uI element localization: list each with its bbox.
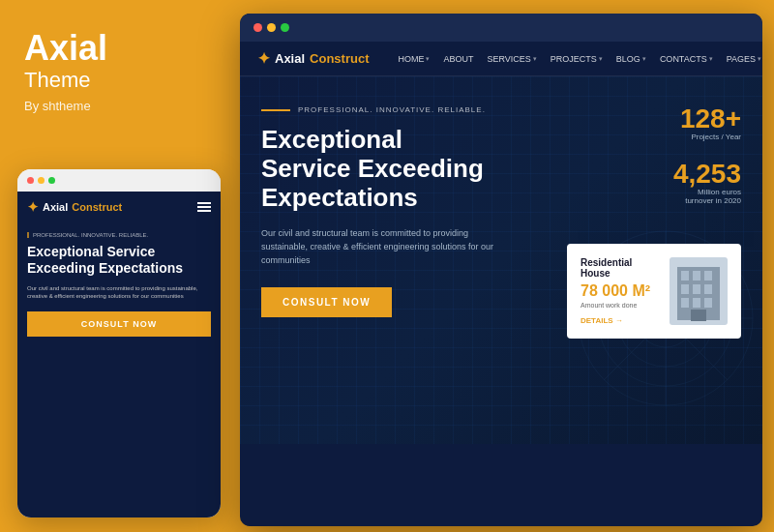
desktop-dot-green — [281, 23, 289, 32]
svg-rect-13 — [681, 284, 689, 294]
mobile-logo: ✦ Axial Construct — [27, 199, 122, 215]
stat-label-revenue: Million euros turnover in 2020 — [673, 188, 741, 205]
tagline-bar: PROFESSIONAL. INNOVATIVE. RELIABLE. — [261, 105, 548, 114]
card-subtitle: Amount work done — [580, 302, 660, 309]
hero-cta-button[interactable]: CONSULT NOW — [261, 287, 392, 317]
desktop-logo-construct: Construct — [310, 51, 369, 66]
hamburger-menu[interactable] — [197, 202, 211, 212]
desktop-logo: ✦ Axial Construct — [257, 49, 369, 68]
nav-item-contacts[interactable]: CONTACTS ▾ — [660, 54, 713, 64]
card-details-link[interactable]: DETAILS → — [580, 316, 660, 325]
desktop-window-controls — [240, 14, 762, 42]
hero-right-content: 128+ Projects / Year 4,253 Million euros… — [567, 105, 741, 425]
left-panel: Axial Theme By shtheme ✦ Axial Construct… — [0, 0, 240, 532]
mobile-cta-button[interactable]: CONSULT NOW — [27, 311, 211, 337]
card-building-image — [670, 257, 728, 325]
logo-icon-mobile: ✦ — [27, 199, 39, 215]
nav-item-about[interactable]: ABOUT — [443, 54, 473, 64]
mobile-tagline: PROFESSIONAL. INNOVATIVE. RELIABLE. — [27, 232, 211, 238]
nav-item-blog[interactable]: BLOG ▾ — [616, 54, 646, 64]
chevron-down-icon: ▾ — [533, 55, 537, 63]
desktop-logo-icon: ✦ — [257, 49, 270, 68]
svg-rect-18 — [704, 298, 712, 308]
stat-number-revenue: 4,253 — [673, 161, 741, 188]
card-title: Residential House — [580, 257, 660, 279]
stat-revenue: 4,253 Million euros turnover in 2020 — [673, 161, 741, 205]
desktop-mockup: ✦ Axial Construct HOME ▾ ABOUT SERVICES … — [240, 14, 762, 526]
desktop-logo-axial: Axial — [275, 51, 305, 66]
nav-item-projects[interactable]: PROJECTS ▾ — [551, 54, 603, 64]
svg-rect-19 — [691, 310, 706, 321]
stat-label-projects: Projects / Year — [680, 133, 741, 141]
svg-rect-12 — [704, 271, 712, 281]
chevron-down-icon: ▾ — [599, 55, 603, 63]
project-card: Residential House 78 000 M² Amount work … — [567, 244, 741, 339]
mobile-hero: PROFESSIONAL. INNOVATIVE. RELIABLE. Exce… — [17, 222, 221, 517]
desktop-dot-red — [253, 23, 262, 32]
dot-green — [48, 177, 55, 184]
mobile-logo-construct: Construct — [72, 201, 122, 213]
tagline-text: PROFESSIONAL. INNOVATIVE. RELIABLE. — [298, 105, 486, 114]
svg-rect-15 — [704, 284, 712, 294]
hero-heading: Exceptional Service Exceeding Expectatio… — [261, 126, 548, 213]
svg-rect-10 — [681, 271, 689, 281]
brand-name: Axial — [24, 29, 216, 68]
brand-subtitle: Theme — [24, 68, 216, 93]
chevron-down-icon: ▾ — [642, 55, 646, 63]
svg-rect-11 — [693, 271, 700, 281]
hero-left-content: PROFESSIONAL. INNOVATIVE. RELIABLE. Exce… — [261, 105, 548, 425]
svg-rect-14 — [693, 284, 700, 294]
stat-projects: 128+ Projects / Year — [680, 105, 741, 141]
mobile-navbar: ✦ Axial Construct — [17, 192, 221, 222]
card-info: Residential House 78 000 M² Amount work … — [580, 257, 660, 325]
nav-items-container: HOME ▾ ABOUT SERVICES ▾ PROJECTS ▾ BLOG … — [398, 54, 761, 64]
mobile-description: Our civil and structural team is committ… — [27, 284, 211, 301]
chevron-down-icon: ▾ — [758, 55, 761, 63]
chevron-down-icon: ▾ — [709, 55, 713, 63]
brand-by: By shtheme — [24, 99, 216, 113]
tagline-line — [261, 109, 290, 111]
desktop-navbar: ✦ Axial Construct HOME ▾ ABOUT SERVICES … — [240, 42, 762, 76]
mobile-heading: Exceptional Service Exceeding Expectatio… — [27, 244, 211, 277]
nav-item-home[interactable]: HOME ▾ — [398, 54, 430, 64]
svg-rect-16 — [681, 298, 689, 308]
mobile-mockup: ✦ Axial Construct PROFESSIONAL. INNOVATI… — [17, 169, 221, 517]
mobile-logo-axial: Axial — [43, 201, 68, 213]
desktop-dot-yellow — [267, 23, 276, 32]
dot-yellow — [38, 177, 45, 184]
hero-description: Our civil and structural team is committ… — [261, 226, 503, 268]
nav-item-pages[interactable]: PAGES ▾ — [727, 54, 761, 64]
nav-item-services[interactable]: SERVICES ▾ — [487, 54, 536, 64]
mobile-window-controls — [17, 169, 221, 192]
desktop-hero-section: PROFESSIONAL. INNOVATIVE. RELIABLE. Exce… — [240, 76, 762, 444]
card-area: 78 000 M² — [580, 282, 660, 300]
stat-number-projects: 128+ — [680, 105, 741, 133]
svg-rect-17 — [693, 298, 700, 308]
dot-red — [27, 177, 34, 184]
chevron-down-icon: ▾ — [426, 55, 430, 63]
